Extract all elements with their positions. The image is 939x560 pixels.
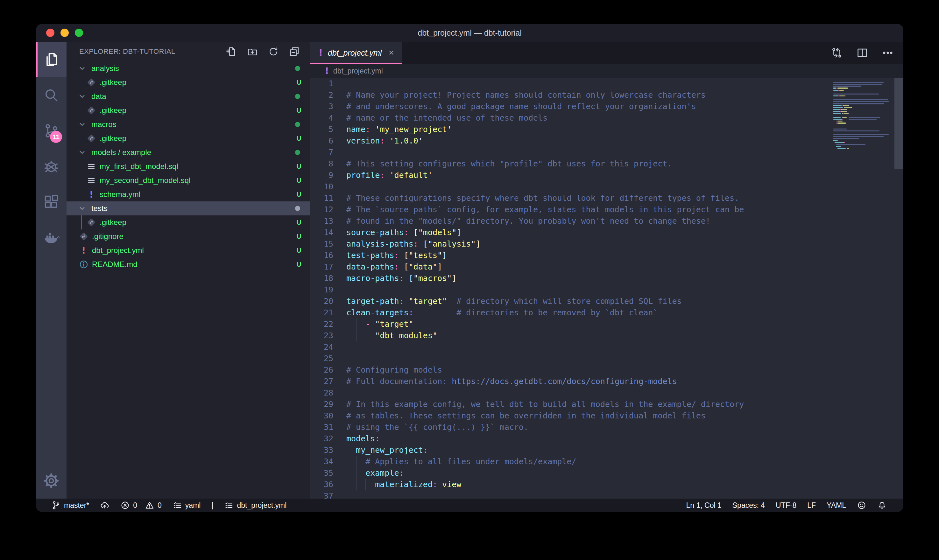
line-number: 33 [310, 445, 333, 456]
line-number: 25 [310, 353, 333, 364]
window-controls [46, 24, 83, 42]
line-number: 13 [310, 215, 333, 227]
tree-item--gitkeep[interactable]: .gitkeepU [66, 131, 310, 145]
line-number: 12 [310, 204, 333, 215]
git-untracked-badge: U [296, 232, 302, 240]
tree-item-label: .gitignore [92, 232, 123, 241]
tree-item--gitkeep[interactable]: .gitkeepU [66, 215, 310, 229]
list-icon [224, 500, 234, 510]
tree-item-label: .gitkeep [100, 218, 126, 227]
chevron-down-icon[interactable] [78, 120, 86, 129]
tree-item-label: dbt_project.yml [92, 246, 144, 255]
minimize-window-button[interactable] [60, 29, 69, 37]
line-number: 6 [310, 135, 333, 147]
tree-item--gitkeep[interactable]: .gitkeepU [66, 75, 310, 89]
status-bell[interactable] [877, 500, 887, 510]
status-label: master* [64, 501, 89, 510]
new-folder-icon[interactable] [245, 45, 259, 58]
open-changes-icon[interactable] [830, 46, 844, 60]
tree-item-tests[interactable]: tests [66, 202, 310, 215]
code-line-5: 5name: 'my_new_project' [310, 124, 904, 135]
code-editor[interactable]: 12# Name your project! Project names sho… [310, 78, 904, 498]
status-spaces-4[interactable]: Spaces: 4 [733, 501, 765, 510]
new-file-icon[interactable] [225, 45, 239, 58]
chevron-down-icon[interactable] [78, 92, 86, 100]
code-line-15: 15analysis-paths: ["analysis"] [310, 238, 904, 250]
line-number: 8 [310, 158, 333, 169]
activity-bar-extensions-icon[interactable] [36, 184, 66, 220]
activity-bar-explorer-icon[interactable] [36, 42, 66, 77]
status-list[interactable]: dbt_project.yml [224, 500, 286, 510]
tree-item-my-second-dbt-model-sql[interactable]: my_second_dbt_model.sqlU [66, 174, 310, 188]
chevron-down-icon[interactable] [78, 64, 86, 72]
yaml-file-icon: ! [325, 66, 329, 76]
close-tab-icon[interactable]: × [389, 48, 394, 57]
status-yaml[interactable]: YAML [827, 501, 846, 510]
code-line-12: 12# The `source-paths` config, for examp… [310, 204, 904, 215]
close-window-button[interactable] [46, 29, 54, 37]
status-cloud-upload[interactable] [100, 500, 109, 510]
status-label: dbt_project.yml [237, 501, 286, 510]
breadcrumb-item[interactable]: dbt_project.yml [333, 67, 383, 75]
yaml-file-icon: ! [79, 245, 89, 255]
more-actions-icon[interactable] [881, 46, 894, 60]
activity-bar-search-icon[interactable] [36, 77, 66, 113]
status-branch[interactable]: master* [51, 500, 89, 510]
split-editor-icon[interactable] [856, 46, 869, 60]
tree-item-macros[interactable]: macros [66, 117, 310, 131]
code-line-1: 1 [310, 78, 904, 89]
tree-item--gitkeep[interactable]: .gitkeepU [66, 103, 310, 117]
tree-item-analysis[interactable]: analysis [66, 62, 310, 75]
tree-item-models-example[interactable]: models / example [66, 145, 310, 159]
editor-scrollbar[interactable] [894, 78, 904, 498]
git-untracked-badge: U [296, 134, 302, 143]
breadcrumb[interactable]: ! dbt_project.yml [310, 64, 904, 78]
status-utf-8[interactable]: UTF-8 [776, 501, 796, 510]
tree-item-data[interactable]: data [66, 89, 310, 103]
smiley-icon [857, 500, 867, 510]
status-smiley[interactable] [857, 500, 867, 510]
status-list[interactable]: yaml [172, 500, 201, 510]
activity-bar: 11 [36, 42, 66, 498]
collapse-all-icon[interactable] [288, 45, 302, 58]
line-number: 30 [310, 410, 333, 422]
tree-item-readme-md[interactable]: README.mdU [66, 257, 310, 271]
minimap[interactable] [833, 80, 894, 498]
indent-guide [356, 479, 357, 490]
status-ln-1-col-1[interactable]: Ln 1, Col 1 [686, 501, 722, 510]
zoom-window-button[interactable] [75, 29, 83, 37]
scrollbar-slider[interactable] [894, 78, 904, 169]
tree-item-my-first-dbt-model-sql[interactable]: my_first_dbt_model.sqlU [66, 159, 310, 174]
git-untracked-badge: U [296, 246, 302, 255]
tree-item--gitignore[interactable]: .gitignoreU [66, 229, 310, 243]
chevron-down-icon[interactable] [78, 204, 86, 212]
code-line-21: 21clean-targets: # directories to be rem… [310, 307, 904, 318]
activity-bar-docker-icon[interactable] [36, 220, 66, 255]
status-lf[interactable]: LF [807, 501, 816, 510]
status-error[interactable]: 00 [120, 500, 162, 510]
code-line-30: 30# as tables. These settings can be ove… [310, 410, 904, 422]
yaml-file-icon: ! [319, 48, 323, 58]
line-number: 35 [310, 468, 333, 479]
code-line-27: 27# Full documentation: https://docs.get… [310, 376, 904, 387]
indent-guide [356, 468, 357, 479]
activity-bar-debug-icon[interactable] [36, 149, 66, 184]
line-number: 19 [310, 284, 333, 295]
indent-guide [356, 456, 357, 468]
line-number: 21 [310, 307, 333, 318]
line-number: 10 [310, 181, 333, 192]
tab-dbt-project-yml[interactable]: ! dbt_project.yml × [310, 42, 402, 64]
git-untracked-badge: U [296, 78, 302, 86]
activity-bar-source-control-icon[interactable]: 11 [36, 113, 66, 149]
tree-item-dbt-project-yml[interactable]: !dbt_project.ymlU [66, 243, 310, 257]
code-line-35: 35 example: [310, 468, 904, 479]
line-number: 31 [310, 422, 333, 433]
refresh-icon[interactable] [266, 45, 280, 58]
line-number: 37 [310, 490, 333, 498]
tree-item-schema-yml[interactable]: !schema.ymlU [66, 188, 310, 202]
cloud-upload-icon [100, 500, 109, 510]
tree-indent-guide [81, 215, 82, 229]
git-file-icon [86, 217, 97, 228]
chevron-down-icon[interactable] [78, 148, 86, 157]
activity-bar-settings-icon[interactable] [36, 463, 66, 498]
